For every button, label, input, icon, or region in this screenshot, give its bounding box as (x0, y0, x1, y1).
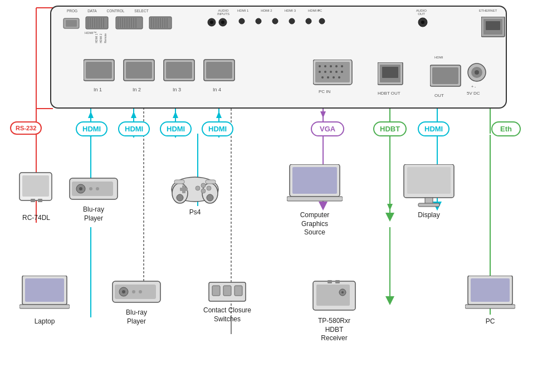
bluray1-device: Blu-rayPlayer (66, 173, 121, 223)
audio-out-dot (416, 16, 433, 32)
bluray2-label: Blu-rayPlayer (109, 308, 164, 326)
svg-point-95 (341, 71, 343, 73)
svg-point-70 (306, 18, 311, 24)
svg-point-154 (122, 290, 125, 293)
svg-marker-29 (320, 111, 326, 118)
comp-source-label: ComputerGraphicsSource (278, 211, 351, 237)
svg-point-138 (207, 194, 213, 201)
svg-rect-169 (465, 305, 515, 308)
svg-point-65 (221, 21, 224, 24)
bluray2-device: Blu-rayPlayer (109, 276, 164, 326)
contact-icon (208, 281, 247, 303)
hdbt-out-connector: HDBT OUT (378, 62, 422, 107)
svg-point-89 (335, 65, 338, 67)
pc-label: PC (462, 317, 518, 325)
svg-point-93 (330, 71, 332, 73)
hdmi-v2: HDMI 2 (99, 33, 102, 43)
laptop-icon (19, 276, 70, 315)
svg-point-166 (341, 291, 344, 293)
svg-text:In 1: In 1 (94, 87, 102, 92)
svg-rect-121 (38, 199, 42, 202)
svg-text:PC IN: PC IN (319, 89, 331, 94)
svg-point-127 (96, 187, 99, 190)
svg-point-134 (196, 186, 200, 190)
vga-badge: VGA (311, 121, 344, 136)
bluray1-label: Blu-rayPlayer (66, 205, 121, 223)
5vdc-connector: + - 5V DC (467, 61, 506, 106)
audio-inputs-label: AUDIOINPUTS (209, 9, 237, 16)
svg-text:In 2: In 2 (133, 87, 141, 92)
svg-point-71 (319, 18, 325, 24)
svg-text:In 3: In 3 (173, 87, 181, 92)
svg-text:In 4: In 4 (213, 87, 221, 92)
hdmi-top-labels: HDMI 1 HDMI 2 HDMI 3 HDMI 4 (237, 9, 319, 12)
hdmi2-badge: HDMI (118, 121, 150, 136)
svg-point-90 (341, 65, 343, 67)
pc-dot (317, 16, 329, 27)
svg-rect-143 (287, 197, 343, 201)
svg-text:+ -: + - (471, 85, 476, 89)
contact-device: Contact ClosureSwitches (194, 281, 261, 324)
svg-point-132 (207, 186, 211, 190)
svg-rect-164 (335, 280, 340, 283)
svg-rect-119 (22, 175, 49, 197)
ethernet-label: ETHERNET (479, 9, 497, 12)
bluray1-icon (69, 173, 119, 203)
ps4-device: Ps4 (164, 170, 226, 216)
hdmi3-badge: HDMI (160, 121, 192, 136)
svg-point-96 (321, 76, 324, 79)
svg-point-87 (324, 65, 326, 67)
svg-rect-79 (166, 62, 192, 79)
hdmi1-top-label: HDMI 1 (237, 9, 248, 12)
svg-rect-160 (234, 286, 242, 296)
svg-rect-149 (25, 278, 64, 302)
svg-rect-136 (180, 188, 188, 191)
hdmi1-badge: HDMI (76, 121, 108, 136)
tp580-icon (312, 276, 356, 315)
svg-rect-147 (418, 203, 439, 207)
svg-marker-26 (131, 111, 136, 118)
audio-inputs-svg (207, 16, 241, 32)
hdmi4-badge: HDMI (202, 121, 233, 136)
svg-marker-28 (216, 111, 222, 118)
svg-point-66 (239, 18, 245, 24)
svg-rect-73 (86, 62, 112, 79)
svg-point-98 (333, 76, 335, 79)
svg-point-88 (330, 65, 332, 67)
svg-rect-76 (126, 62, 152, 79)
svg-text:OUT: OUT (434, 93, 444, 98)
svg-point-69 (289, 18, 295, 24)
control-label: CONTROL (107, 9, 125, 13)
hardware-panel: PROG DATA CONTROL SELECT (50, 6, 507, 109)
svg-point-133 (201, 189, 206, 193)
svg-point-63 (210, 21, 213, 24)
laptop-label: Laptop (17, 317, 72, 325)
hdmi-input-dots (237, 16, 326, 27)
svg-point-86 (319, 65, 321, 67)
rc74dl-icon (17, 170, 56, 212)
select-label: SELECT (134, 9, 148, 13)
svg-point-126 (89, 187, 92, 190)
eth-badge: Eth (491, 121, 521, 136)
port-labels-top: PROG DATA CONTROL SELECT (67, 9, 149, 13)
svg-text:HDBT OUT: HDBT OUT (378, 91, 400, 96)
hdmi2-top-label: HDMI 2 (261, 9, 272, 12)
comp-source-icon (287, 164, 343, 209)
hdmi-in-connectors: In 1 In 2 In 3 In 4 (84, 57, 306, 101)
svg-rect-82 (206, 62, 232, 79)
display-icon (403, 164, 456, 209)
svg-point-91 (319, 71, 321, 73)
contact-label: Contact ClosureSwitches (194, 306, 261, 324)
hdmi-vertical-labels: HDMI 1 HDMI 2 Remote (95, 33, 107, 43)
svg-point-125 (79, 187, 82, 190)
display-device: Display (398, 164, 460, 219)
svg-rect-120 (31, 199, 35, 202)
ethernet-connector (481, 17, 515, 56)
svg-point-109 (421, 21, 424, 24)
hdmi-v1: HDMI 1 (95, 33, 98, 43)
audio-out-label: AUDIOOUT (416, 9, 427, 16)
svg-rect-103 (382, 67, 398, 78)
svg-rect-140 (206, 180, 216, 184)
svg-marker-27 (173, 111, 178, 118)
rs232-badge: RS-232 (10, 121, 42, 135)
